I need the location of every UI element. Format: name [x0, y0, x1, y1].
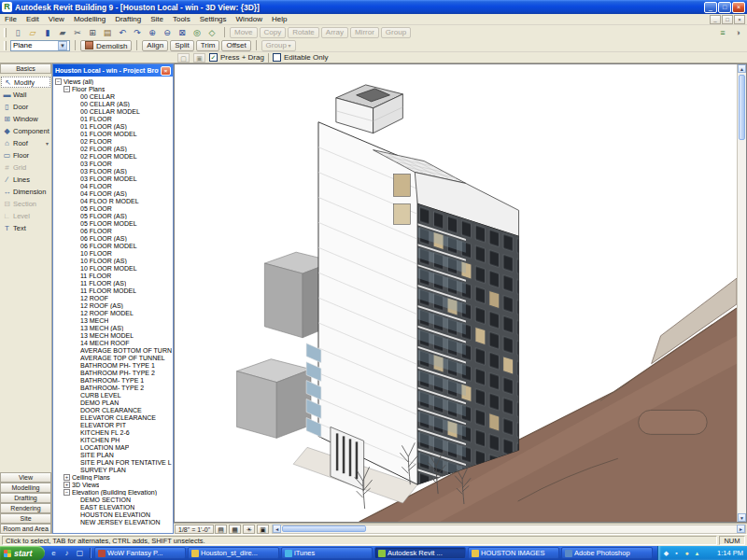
desktop-quicklaunch-icon[interactable]: ▢	[74, 548, 86, 559]
tree-item[interactable]: 06 FLOOR MODEL	[53, 242, 173, 249]
toolbar-text-button[interactable]: Move	[230, 27, 258, 38]
press-drag-option[interactable]: ✓ Press + Drag	[209, 53, 264, 62]
tree-item[interactable]: − Floor Plans	[53, 85, 173, 92]
tree-expander-icon[interactable]	[72, 332, 78, 339]
shadows-icon[interactable]: ☀	[243, 525, 255, 534]
pan-icon[interactable]: ◎	[190, 26, 204, 38]
tree-item[interactable]: 01 FLOOR	[53, 115, 173, 122]
tree-expander-icon[interactable]	[72, 362, 78, 369]
tree-item[interactable]: + Ceiling Plans	[53, 473, 173, 481]
tree-item[interactable]: 11 FLOOR (AS)	[53, 279, 173, 287]
tree-expander-icon[interactable]	[72, 228, 78, 234]
tree-expander-icon[interactable]	[72, 422, 78, 428]
tree-expander-icon[interactable]	[72, 273, 78, 279]
tree-expander-icon[interactable]	[72, 437, 78, 443]
tree-expander-icon[interactable]	[72, 213, 78, 219]
tree-expander-icon[interactable]	[72, 131, 78, 137]
design-bar-item[interactable]: ∟ Level	[1, 210, 50, 221]
tree-item[interactable]: AVERAGE TOP OF TUNNEL	[53, 354, 173, 361]
tree-item[interactable]: 13 MECH	[53, 316, 173, 324]
editable-only-option[interactable]: Editable Only	[273, 53, 329, 62]
tree-item[interactable]: 04 FLOOR (AS)	[53, 189, 173, 197]
design-bar-item[interactable]: ▭ Floor	[1, 149, 50, 161]
cut-icon[interactable]: ✂	[70, 26, 85, 38]
tree-item[interactable]: 06 FLOOR	[53, 227, 173, 234]
tree-expander-icon[interactable]: +	[63, 474, 70, 481]
tree-expander-icon[interactable]	[72, 265, 78, 272]
scale-button[interactable]: 1/8" = 1'-0"	[175, 525, 214, 534]
tree-item[interactable]: 12 ROOF (AS)	[53, 301, 173, 309]
model-graphics-icon[interactable]: ▦	[229, 525, 241, 534]
tree-item[interactable]: KITCHEN FL 2-6	[53, 428, 173, 436]
tree-item[interactable]: 06 FLOOR (AS)	[53, 234, 173, 242]
tree-item[interactable]: SITE PLAN	[53, 451, 173, 458]
group-button[interactable]: Group	[261, 40, 296, 51]
tree-expander-icon[interactable]	[72, 347, 78, 354]
task-button[interactable]: Houston_st_dire...	[188, 547, 279, 559]
tree-expander-icon[interactable]	[72, 399, 78, 406]
tree-item[interactable]: 11 FLOOR MODEL	[53, 287, 173, 294]
toolbar-text-button[interactable]: Copy	[260, 27, 287, 38]
chevron-down-icon[interactable]: ▼	[58, 41, 67, 50]
tree-item[interactable]: 01 FLOOR MODEL	[53, 130, 173, 137]
selection-count-icon[interactable]: ▣	[193, 53, 205, 63]
toolbar-text-button[interactable]: Align	[142, 40, 168, 51]
menu-item[interactable]: Help	[267, 14, 291, 24]
tree-expander-icon[interactable]	[72, 116, 78, 122]
menu-item[interactable]: View	[44, 14, 69, 24]
tree-item[interactable]: CURB LEVEL	[53, 391, 173, 399]
close-button[interactable]: ×	[732, 2, 745, 13]
tree-item[interactable]: NEW JERSEY ELEVATION	[53, 518, 173, 525]
tree-expander-icon[interactable]	[72, 258, 78, 264]
tree-expander-icon[interactable]	[72, 340, 78, 346]
tree-item[interactable]: HOUSTON ELEVATION	[53, 511, 173, 518]
toolbar-text-button[interactable]: Array	[321, 27, 348, 38]
toolbar-grip[interactable]	[4, 41, 7, 50]
toolbar-grip[interactable]	[4, 28, 7, 37]
tree-item[interactable]: DOOR CLEARANCE	[53, 406, 173, 413]
menu-item[interactable]: Edit	[21, 14, 44, 24]
design-bar-item[interactable]: ↔ Dimension	[1, 186, 50, 197]
tree-expander-icon[interactable]	[72, 459, 78, 466]
tree-item[interactable]: DEMO SECTION	[53, 496, 173, 503]
tree-expander-icon[interactable]: −	[55, 78, 62, 85]
project-browser-close-icon[interactable]: ×	[161, 66, 171, 76]
tree-item[interactable]: 00 CELLAR	[53, 92, 173, 100]
tree-expander-icon[interactable]	[72, 280, 78, 287]
tree-expander-icon[interactable]	[72, 370, 78, 376]
tree-item[interactable]: 03 FLOOR (AS)	[53, 167, 173, 175]
tree-expander-icon[interactable]: +	[63, 482, 70, 488]
tree-expander-icon[interactable]: −	[63, 86, 70, 92]
design-bar-tab[interactable]: Site	[0, 513, 51, 524]
menu-item[interactable]: Tools	[168, 14, 195, 24]
shading-icon[interactable]: ◑	[730, 26, 745, 38]
scroll-left-icon[interactable]: ◄	[273, 525, 281, 533]
design-bar-tab[interactable]: Drafting	[0, 493, 51, 503]
tree-expander-icon[interactable]	[72, 377, 78, 384]
tree-item[interactable]: AVERAGE BOTTOM OF TURN	[53, 346, 173, 354]
vertical-scroll-thumb[interactable]	[739, 75, 745, 140]
project-browser-titlebar[interactable]: Houston Local - win - Project Browser ×	[53, 64, 173, 77]
tree-item[interactable]: DEMO PLAN	[53, 399, 173, 406]
task-button[interactable]: Adobe Photoshop	[561, 547, 653, 559]
crop-icon[interactable]: ▣	[257, 525, 269, 534]
tree-expander-icon[interactable]	[72, 317, 78, 324]
design-bar-tab-basics[interactable]: Basics	[0, 63, 51, 74]
tree-item[interactable]: 10 FLOOR	[53, 249, 173, 257]
tree-item[interactable]: BATHROOM- TYPE 2	[53, 384, 173, 391]
tree-expander-icon[interactable]	[72, 407, 78, 413]
tree-item[interactable]: SITE PLAN FOR TENTATIVE L	[53, 458, 173, 466]
paste-icon[interactable]: ▤	[100, 26, 115, 38]
tree-expander-icon[interactable]	[72, 153, 78, 160]
tree-expander-icon[interactable]	[72, 123, 78, 130]
design-bar-item[interactable]: ▬ Wall	[1, 89, 50, 100]
tree-item[interactable]: + 3D Views	[53, 481, 173, 488]
tree-expander-icon[interactable]	[72, 205, 78, 212]
tree-item[interactable]: 13 MECH MODEL	[53, 331, 173, 339]
tree-item[interactable]: 02 FLOOR MODEL	[53, 152, 173, 160]
menu-item[interactable]: Site	[146, 14, 168, 24]
horizontal-scroll-thumb[interactable]	[282, 525, 366, 532]
task-button[interactable]: iTunes	[281, 547, 373, 559]
tree-item[interactable]: 05 FLOOR	[53, 204, 173, 212]
tree-item[interactable]: 10 FLOOR MODEL	[53, 264, 173, 272]
